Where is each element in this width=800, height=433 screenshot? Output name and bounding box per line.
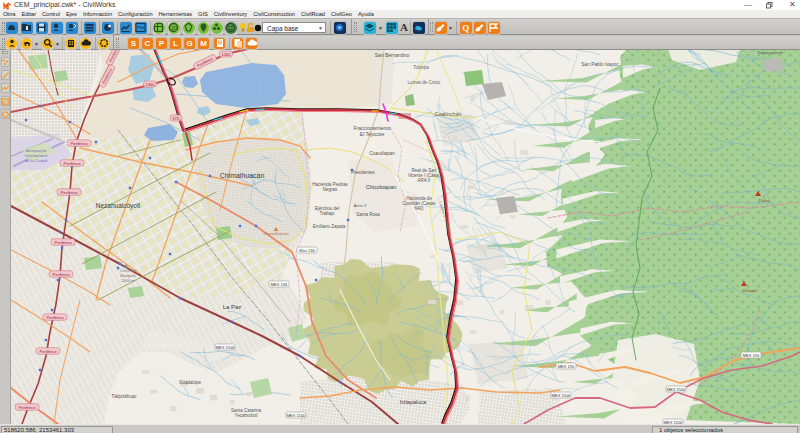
svg-text:3D: 3D (171, 25, 178, 31)
